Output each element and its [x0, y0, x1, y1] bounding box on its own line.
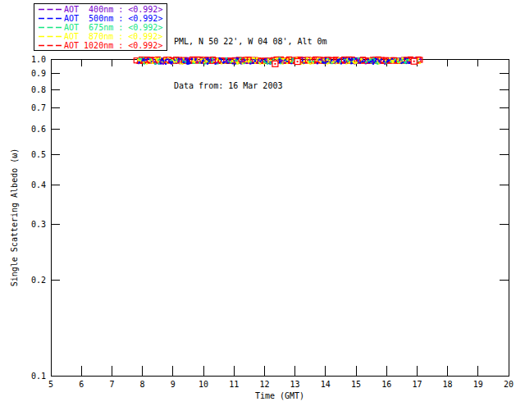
data-band [134, 57, 422, 66]
y-tick-label: 0.6 [31, 125, 46, 134]
y-tick-label: 0.4 [31, 180, 46, 189]
y-tick-label: 0.2 [31, 276, 46, 285]
x-tick-label: 5 [48, 380, 53, 389]
x-tick-label: 7 [109, 380, 114, 389]
y-tick-label: 0.7 [31, 103, 46, 112]
y-tick-label: 0.8 [31, 85, 46, 94]
x-tick-label: 15 [351, 380, 361, 389]
x-axis-title: Time (GMT) [214, 391, 345, 400]
x-axis: 567891011121314151617181920 [48, 59, 514, 389]
y-axis: 1.00.90.80.70.60.50.40.30.20.1 [31, 55, 509, 381]
x-tick-label: 18 [443, 380, 453, 389]
y-axis-title: Single Scattering Albedo (ω) [10, 148, 19, 287]
y-tick-label: 0.1 [31, 372, 46, 381]
x-tick-label: 13 [290, 380, 300, 389]
plot-svg: 5678910111213141516171819201.00.90.80.70… [0, 0, 525, 420]
x-tick-label: 12 [259, 380, 269, 389]
x-tick-label: 20 [504, 380, 514, 389]
y-tick-label: 1.0 [31, 55, 46, 64]
x-tick-label: 10 [199, 380, 208, 389]
x-tick-label: 6 [79, 380, 84, 389]
y-tick-label: 0.3 [31, 220, 46, 229]
y-tick-label: 0.5 [31, 150, 46, 159]
x-tick-label: 14 [321, 380, 331, 389]
x-tick-label: 8 [140, 380, 145, 389]
outlier-point [272, 61, 278, 66]
y-tick-label: 0.9 [31, 69, 46, 78]
plot-canvas: AOT 400nm : <0.992>AOT 500nm : <0.992>AO… [0, 0, 525, 420]
x-tick-label: 11 [229, 380, 239, 389]
outlier-point [294, 59, 300, 65]
x-tick-label: 19 [473, 380, 483, 389]
outlier-point [411, 58, 417, 64]
x-tick-label: 9 [171, 380, 176, 389]
x-tick-label: 17 [412, 380, 422, 389]
x-tick-label: 16 [381, 380, 391, 389]
plot-frame [51, 59, 509, 376]
